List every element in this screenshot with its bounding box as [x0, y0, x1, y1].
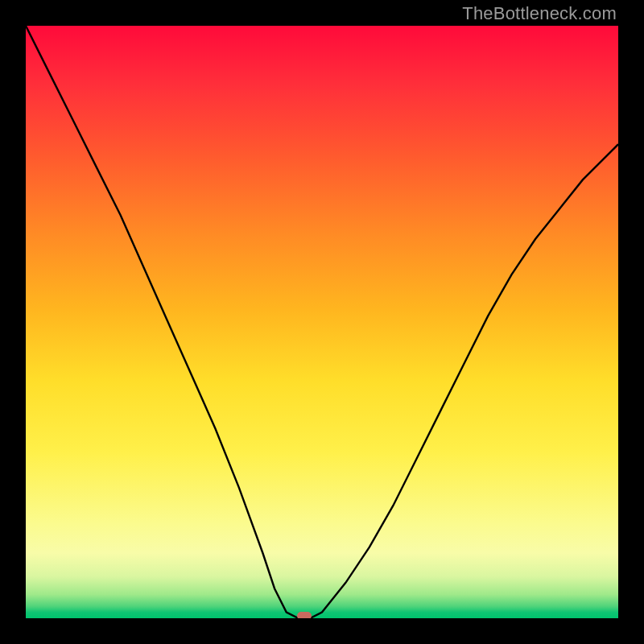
- minimum-marker: [297, 612, 312, 618]
- bottleneck-curve: [26, 26, 618, 618]
- watermark-text: TheBottleneck.com: [462, 3, 617, 24]
- chart-frame: TheBottleneck.com: [0, 0, 644, 644]
- curve-svg: [26, 26, 618, 618]
- plot-area: [26, 26, 618, 618]
